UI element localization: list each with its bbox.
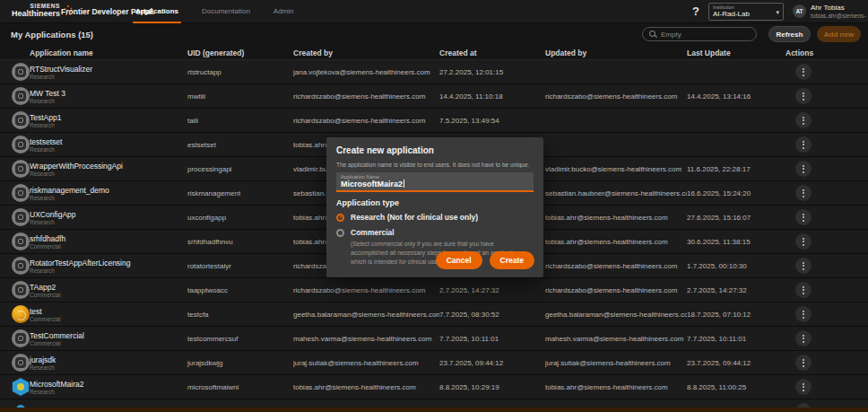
default-app-icon: [12, 63, 30, 81]
created-at: 7.5.2025, 13:49:54: [439, 117, 545, 125]
radio-research-label: Research (Not for clinical use only): [351, 213, 478, 223]
row-actions-button[interactable]: [795, 112, 812, 128]
application-name-field[interactable]: Application Name MicrosoftMaira2: [336, 172, 534, 192]
table-row[interactable]: TestCommercial Commercial testcommercsuf…: [0, 327, 868, 351]
app-subtype: Commercial: [30, 340, 187, 346]
row-actions-button[interactable]: [795, 379, 812, 395]
updated-by: richardszabo@siemens-healthineers.com: [545, 262, 687, 270]
row-actions-button[interactable]: [795, 233, 812, 250]
app-uid: testcommercsuf: [187, 335, 293, 343]
search-box[interactable]: [642, 27, 757, 41]
updated-by: geetha.balaraman@siemens-healthineers.co…: [545, 311, 687, 319]
created-by: tobias.ahr@siemens-healthineers.com: [293, 383, 439, 391]
app-uid: taapptwoacc: [187, 286, 293, 294]
app-subtype: Research: [30, 98, 187, 104]
updated-by: richardszabo@siemens-healthineers.com: [545, 92, 687, 101]
row-actions-button[interactable]: [795, 330, 812, 346]
user-email: tobias.ahr@siemens-healthi...: [811, 13, 866, 20]
brand-healthineers: Healthineers: [12, 10, 60, 18]
create-application-modal: Create new application The application n…: [326, 137, 543, 277]
last-update: 14.4.2025, 13:14:16: [687, 92, 786, 101]
app-name: MicrosoftMaira2: [30, 380, 187, 389]
table-row[interactable]: test Commercial testcfa geetha.balaraman…: [0, 302, 868, 327]
table-row[interactable]: RTStructVisualizer Research rtstructapp …: [0, 60, 868, 84]
updated-by: juraj.sutiak@siemens-healthineers.com: [545, 359, 687, 367]
default-app-icon: [12, 160, 30, 178]
page-title: My Applications (15): [11, 30, 93, 39]
app-name: RTStructVisualizer: [30, 65, 187, 74]
app-uid: srhfdhadfhnvu: [187, 238, 293, 246]
radio-selected-icon: [336, 214, 344, 222]
row-actions-button[interactable]: [795, 136, 812, 153]
created-at: 23.7.2025, 09:44:12: [439, 359, 545, 367]
app-subtype: Research: [30, 171, 187, 177]
refresh-button[interactable]: Refresh: [768, 26, 811, 42]
updated-by: tobias.ahr@siemens-healthineers.com: [545, 383, 687, 391]
search-icon: [649, 31, 656, 38]
row-actions-button[interactable]: [795, 355, 812, 371]
default-app-icon: [12, 232, 30, 250]
app-subtype: Commercial: [30, 292, 187, 298]
col-created-by: Created by: [293, 48, 439, 57]
row-actions-button[interactable]: [795, 258, 812, 274]
default-app-icon: [12, 257, 30, 275]
row-actions-button[interactable]: [795, 161, 812, 177]
app-name: MW Test 3: [30, 89, 187, 98]
tab-documentation[interactable]: Documentation: [199, 0, 253, 23]
created-by: richardszabo@siemens-healthineers.com: [293, 286, 439, 294]
table-row[interactable]: TestApp1 Research taiii richardszabo@sie…: [0, 109, 868, 133]
user-menu[interactable]: AT Ahr Tobias tobias.ahr@siemens-healthi…: [793, 4, 866, 19]
last-update: 18.7.2025, 07:10:12: [687, 311, 786, 319]
add-new-button[interactable]: Add new: [817, 26, 861, 42]
table-row[interactable]: MicrosoftMaira2 Research microsoftmaiwni…: [0, 375, 868, 399]
last-update: 27.6.2025, 15:16:07: [687, 214, 786, 222]
row-actions-button[interactable]: [795, 209, 812, 225]
chevron-down-icon: ▾: [776, 9, 779, 16]
search-input[interactable]: [661, 31, 751, 39]
table-row[interactable]: MW Test 3 Research mwtiii richardszabo@s…: [0, 84, 868, 109]
main-nav: Applications Documentation Admin: [133, 0, 297, 23]
default-app-icon: [12, 184, 30, 202]
updated-by: richardszabo@siemens-healthineers.com: [545, 286, 687, 294]
create-button[interactable]: Create: [490, 251, 534, 269]
tab-applications[interactable]: Applications: [133, 0, 181, 23]
app-subtype: Research: [30, 267, 187, 274]
help-icon[interactable]: ?: [692, 4, 699, 18]
updated-by: tobias.ahr@siemens-healthineers.com: [545, 238, 687, 246]
institution-select[interactable]: Institution AI-Rad-Lab ▾: [708, 3, 784, 21]
app-uid: riskmanagement: [187, 189, 293, 197]
table-row[interactable]: jurajsdk Research jurajsdkwjg juraj.suti…: [0, 351, 868, 375]
table-row[interactable]: TAapp2 Commercial taapptwoacc richardsza…: [0, 278, 868, 302]
table-header: Application name UID (generated) Created…: [0, 47, 868, 60]
created-at: 2.7.2025, 14:27:32: [439, 286, 545, 294]
radio-research[interactable]: Research (Not for clinical use only): [336, 213, 534, 223]
shield-app-icon: [12, 378, 30, 396]
col-updated-by: Updated by: [545, 48, 687, 57]
cancel-button[interactable]: Cancel: [436, 251, 482, 269]
app-subtype: Research: [30, 195, 187, 201]
app-name: jurajsdk: [30, 355, 187, 364]
app-uid: taiii: [187, 117, 293, 125]
row-actions-button[interactable]: [795, 306, 812, 322]
default-app-icon: [12, 136, 30, 153]
tab-admin[interactable]: Admin: [271, 0, 297, 23]
default-app-icon: [12, 329, 30, 347]
row-actions-button[interactable]: [795, 282, 812, 298]
updated-by: vladimir.bucko@siemens-healthineers.com: [545, 165, 687, 173]
app-name: TAapp2: [30, 283, 187, 292]
row-actions-button[interactable]: [795, 88, 812, 104]
last-update: 7.7.2025, 10:11:01: [687, 335, 786, 343]
app-uid: testcfa: [187, 311, 293, 319]
app-subtype: Commercial: [30, 243, 187, 250]
app-uid: rotatortestalyr: [187, 262, 293, 270]
row-actions-button[interactable]: [795, 64, 812, 80]
created-by: juraj.sutiak@siemens-healthineers.com: [293, 359, 439, 367]
modal-title: Create new application: [336, 145, 534, 155]
created-by: geetha.balaraman@siemens-healthineers.co…: [293, 311, 439, 319]
last-update: 2.7.2025, 14:27:32: [687, 286, 786, 294]
app-uid: uxconfigapp: [187, 214, 293, 222]
last-update: 23.7.2025, 09:44:12: [687, 359, 786, 367]
radio-unselected-icon: [336, 229, 344, 237]
created-at: 14.4.2025, 11:10:18: [439, 92, 545, 101]
row-actions-button[interactable]: [795, 185, 812, 201]
